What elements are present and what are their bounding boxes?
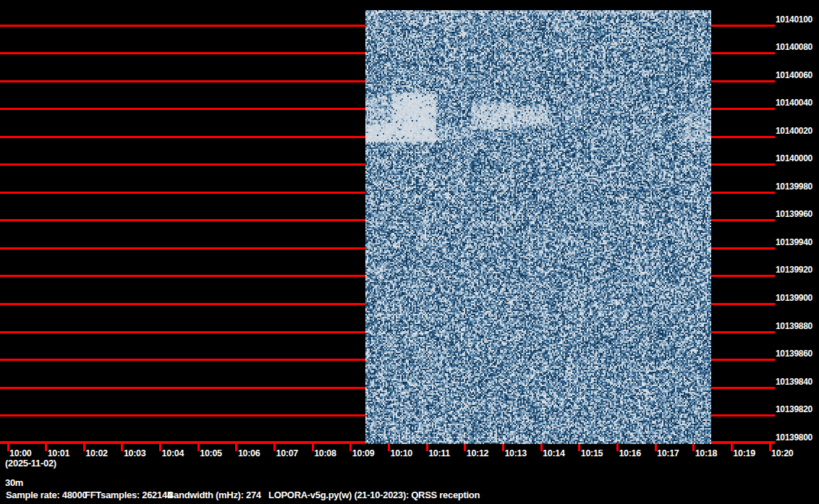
freq-tick-label: 10139880 — [776, 322, 812, 331]
freq-gridline-right — [711, 275, 775, 277]
freq-gridline-left — [0, 247, 365, 249]
time-tick-label: 10:09 — [352, 448, 374, 458]
freq-gridline-left — [0, 163, 365, 166]
freq-gridline-left — [0, 414, 365, 417]
time-tick-label: 10:08 — [314, 448, 336, 458]
app-title-text: LOPORA-v5g.py(w) (21-10-2023): QRSS rece… — [268, 490, 480, 500]
freq-tick-label: 10140080 — [776, 43, 812, 52]
freq-tick-label: 10140040 — [776, 98, 812, 108]
fft-samples-text: FFTsamples: 262144 — [85, 490, 172, 500]
freq-gridline-left — [0, 80, 365, 82]
time-tick-label: 10:04 — [162, 448, 184, 458]
freq-gridline-right — [711, 359, 775, 361]
time-tick-label: 10:06 — [238, 448, 260, 458]
qrss-spectrogram-view: 1014010010140080101400601014004010140020… — [0, 0, 819, 504]
freq-gridline-right — [711, 303, 775, 305]
freq-gridline-left — [0, 219, 365, 221]
spectrogram-canvas — [365, 10, 711, 444]
sample-rate-text: Sample rate: 48000 — [6, 490, 87, 500]
freq-tick-label: 10140100 — [776, 15, 812, 25]
freq-tick-label: 10139800 — [776, 433, 812, 443]
freq-gridline-right — [711, 387, 775, 389]
freq-gridline-right — [711, 192, 775, 194]
freq-gridline-right — [711, 331, 775, 333]
freq-gridline-right — [711, 219, 775, 221]
freq-gridline-left — [0, 275, 365, 277]
freq-tick-label: 10139900 — [776, 294, 812, 303]
freq-gridline-left — [0, 387, 365, 389]
time-tick-label: 10:18 — [695, 448, 717, 458]
freq-tick-label: 10140000 — [776, 154, 812, 163]
freq-gridline-left — [0, 303, 365, 305]
freq-tick-label: 10139860 — [776, 349, 812, 359]
time-tick-label: 10:11 — [428, 448, 450, 458]
freq-gridline-left — [0, 441, 365, 444]
band-label: 30m — [5, 477, 23, 488]
time-tick-label: 10:00 — [9, 448, 31, 458]
freq-gridline-right — [711, 80, 775, 82]
time-tick-label: 10:12 — [467, 448, 488, 458]
time-tick-label: 10:05 — [200, 448, 221, 458]
freq-tick-label: 10140060 — [776, 71, 812, 80]
freq-gridline-right — [711, 247, 775, 249]
time-tick-label: 10:20 — [771, 448, 793, 458]
freq-tick-label: 10139940 — [776, 238, 812, 247]
freq-tick-label: 10139840 — [776, 377, 812, 387]
freq-tick-label: 10139980 — [776, 182, 812, 192]
time-tick-label: 10:03 — [124, 448, 145, 458]
time-tick-label: 10:01 — [48, 448, 69, 458]
time-tick-label: 10:13 — [504, 448, 526, 458]
time-tick-label: 10:19 — [733, 448, 755, 458]
bandwidth-text: Bandwidth (mHz): 274 — [167, 490, 261, 500]
freq-gridline-left — [0, 359, 365, 361]
freq-gridline-right — [711, 163, 775, 166]
freq-gridline-left — [0, 331, 365, 333]
freq-gridline-left — [0, 192, 365, 194]
freq-tick-label: 10140020 — [776, 127, 812, 136]
freq-gridline-right — [711, 136, 775, 138]
time-tick-label: 10:15 — [581, 448, 603, 458]
freq-gridline-right — [711, 108, 775, 110]
freq-gridline-right — [711, 441, 775, 444]
freq-tick-label: 10139820 — [776, 405, 812, 414]
freq-tick-label: 10139960 — [776, 210, 812, 219]
freq-gridline-left — [0, 52, 365, 54]
freq-gridline-left — [0, 136, 365, 138]
freq-gridline-right — [711, 414, 775, 417]
freq-tick-label: 10139920 — [776, 265, 812, 275]
freq-gridline-left — [0, 108, 365, 110]
freq-gridline-left — [0, 25, 365, 27]
time-tick-label: 10:16 — [619, 448, 640, 458]
time-tick-label: 10:02 — [85, 448, 107, 458]
freq-gridline-right — [711, 52, 775, 54]
time-tick-label: 10:14 — [543, 448, 564, 458]
freq-gridline-right — [711, 25, 775, 27]
date-label: (2025-11-02) — [5, 458, 56, 469]
time-tick-label: 10:07 — [276, 448, 298, 458]
time-tick-label: 10:10 — [391, 448, 412, 458]
time-tick-label: 10:17 — [657, 448, 679, 458]
